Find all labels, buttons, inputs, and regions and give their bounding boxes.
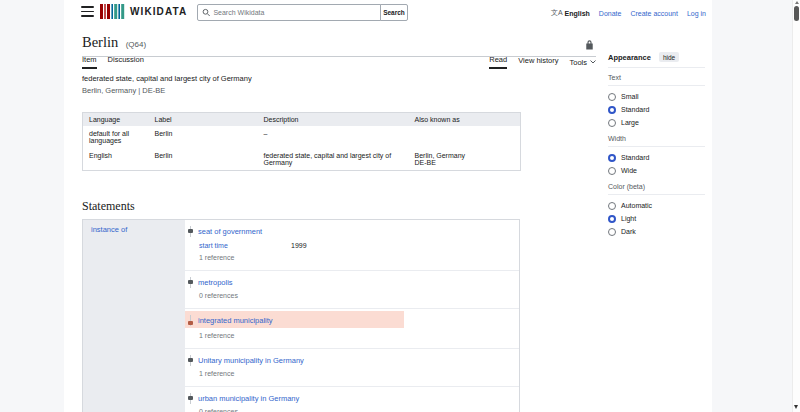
tab-view-history[interactable]: View history	[518, 56, 558, 68]
radio-icon[interactable]	[608, 228, 616, 236]
radio-icon[interactable]	[608, 119, 616, 127]
statements-heading: Statements	[82, 199, 135, 214]
user-links: 文A English Donate Create account Log in	[551, 8, 706, 18]
appearance-title: Appearance	[608, 53, 651, 62]
qualifier-property-link[interactable]: start time	[199, 242, 291, 249]
references-toggle[interactable]: 1 reference	[185, 332, 519, 348]
radio-icon[interactable]	[608, 202, 616, 210]
statement-group: instance of seat of government start tim…	[82, 219, 520, 412]
claim-value-link[interactable]: Unitary municipality in Germany	[198, 356, 304, 365]
entity-aliases: Berlin, Germany | DE-BE	[82, 86, 165, 95]
tools-menu[interactable]: Tools	[569, 58, 596, 67]
col-label: Label	[149, 113, 258, 127]
statement-claim: seat of government start time 1999 1 ref…	[185, 220, 519, 271]
entity-description: federated state, capital and largest cit…	[82, 74, 252, 83]
chevron-down-icon	[590, 60, 596, 64]
claim-value-link[interactable]: seat of government	[198, 227, 262, 236]
scrollbar[interactable]	[792, 0, 800, 412]
language-label: English	[565, 10, 590, 17]
wikidata-page: WIKIDATA Search 文A English Donate Create…	[0, 0, 800, 412]
main-menu-icon[interactable]	[81, 6, 94, 17]
login-link[interactable]: Log in	[687, 10, 706, 17]
radio-color-dark[interactable]: Dark	[608, 225, 705, 238]
term-language: English	[83, 148, 149, 171]
search-icon	[202, 8, 210, 17]
donate-link[interactable]: Donate	[599, 10, 622, 17]
tools-label: Tools	[569, 58, 587, 67]
search-button[interactable]: Search	[380, 4, 408, 21]
page-title-row: Berlin (Q64)	[82, 33, 596, 57]
wikidata-logo[interactable]: WIKIDATA	[100, 4, 187, 19]
radio-text-small[interactable]: Small	[608, 90, 705, 103]
term-label: Berlin	[149, 126, 258, 148]
radio-text-large[interactable]: Large	[608, 116, 705, 129]
qualifier-value: 1999	[291, 242, 307, 249]
page-tabs: Item Discussion Read View history Tools	[82, 55, 596, 69]
text-section-label: Text	[608, 68, 705, 86]
brand-wordmark: WIKIDATA	[130, 6, 187, 17]
term-description: federated state, capital and largest cit…	[258, 148, 409, 171]
terms-header-row: Language Label Description Also known as	[83, 113, 521, 127]
appearance-panel: Appearance hide Text Small Standard Larg…	[608, 52, 705, 238]
qualifier-row: start time 1999	[185, 240, 519, 250]
rank-selector-icon[interactable]	[188, 393, 193, 404]
color-section-label: Color (beta)	[608, 177, 705, 195]
language-selector[interactable]: 文A English	[551, 8, 590, 18]
tab-item[interactable]: Item	[82, 55, 97, 69]
scroll-down-icon[interactable]	[794, 405, 798, 409]
col-also-known-as: Also known as	[409, 113, 521, 127]
search-input[interactable]	[213, 9, 376, 16]
page-title: Berlin	[82, 34, 118, 50]
rank-selector-icon[interactable]	[188, 277, 193, 288]
scrollbar-thumb[interactable]	[794, 6, 799, 21]
term-language: default for all languages	[83, 126, 149, 148]
tab-read[interactable]: Read	[489, 55, 507, 69]
statement-claim-deprecated: integrated municipality 1 reference	[185, 311, 519, 349]
tab-discussion[interactable]: Discussion	[108, 55, 144, 69]
property-column: instance of	[83, 220, 185, 412]
radio-color-automatic[interactable]: Automatic	[608, 199, 705, 212]
terms-row-default: default for all languages Berlin –	[83, 126, 521, 148]
references-toggle[interactable]: 1 reference	[185, 254, 519, 270]
col-description: Description	[258, 113, 409, 127]
statement-claim: Unitary municipality in Germany 1 refere…	[185, 349, 519, 387]
claim-value-link[interactable]: metropolis	[198, 278, 233, 287]
hide-appearance-button[interactable]: hide	[659, 52, 679, 62]
wikidata-logo-bars-icon	[100, 4, 125, 19]
claim-value-link[interactable]: urban municipality in Germany	[198, 394, 299, 403]
terms-table: Language Label Description Also known as…	[82, 112, 521, 171]
references-toggle[interactable]: 1 reference	[185, 370, 519, 386]
term-aliases	[409, 126, 521, 148]
term-aliases: Berlin, Germany DE-BE	[409, 148, 521, 171]
term-label: Berlin	[149, 148, 258, 171]
protection-lock-icon[interactable]	[585, 36, 594, 54]
radio-text-standard[interactable]: Standard	[608, 103, 705, 116]
references-toggle[interactable]: 0 references	[185, 408, 519, 412]
radio-width-wide[interactable]: Wide	[608, 164, 705, 177]
entity-id: (Q64)	[126, 40, 146, 49]
terms-row-english: English Berlin federated state, capital …	[83, 148, 521, 171]
term-description: –	[258, 126, 409, 148]
rank-selector-icon[interactable]	[188, 355, 193, 366]
radio-icon[interactable]	[608, 93, 616, 101]
create-account-link[interactable]: Create account	[630, 10, 677, 17]
statement-claim: metropolis 0 references	[185, 271, 519, 309]
content-area: WIKIDATA Search 文A English Donate Create…	[64, 0, 712, 412]
radio-color-light[interactable]: Light	[608, 212, 705, 225]
property-link[interactable]: instance of	[91, 225, 127, 234]
statement-claim: urban municipality in Germany 0 referenc…	[185, 387, 519, 412]
rank-selector-deprecated-icon[interactable]	[188, 315, 193, 326]
scroll-up-icon[interactable]	[795, 1, 799, 4]
radio-icon[interactable]	[608, 167, 616, 175]
radio-selected-icon[interactable]	[608, 154, 616, 162]
claims-column: seat of government start time 1999 1 ref…	[185, 220, 519, 412]
width-section-label: Width	[608, 129, 705, 147]
radio-selected-icon[interactable]	[608, 215, 616, 223]
rank-selector-icon[interactable]	[188, 226, 193, 237]
language-icon: 文A	[551, 8, 563, 18]
references-toggle[interactable]: 0 references	[185, 292, 519, 308]
radio-selected-icon[interactable]	[608, 106, 616, 114]
search-box[interactable]	[197, 4, 381, 21]
radio-width-standard[interactable]: Standard	[608, 151, 705, 164]
claim-value-link[interactable]: integrated municipality	[198, 316, 273, 325]
